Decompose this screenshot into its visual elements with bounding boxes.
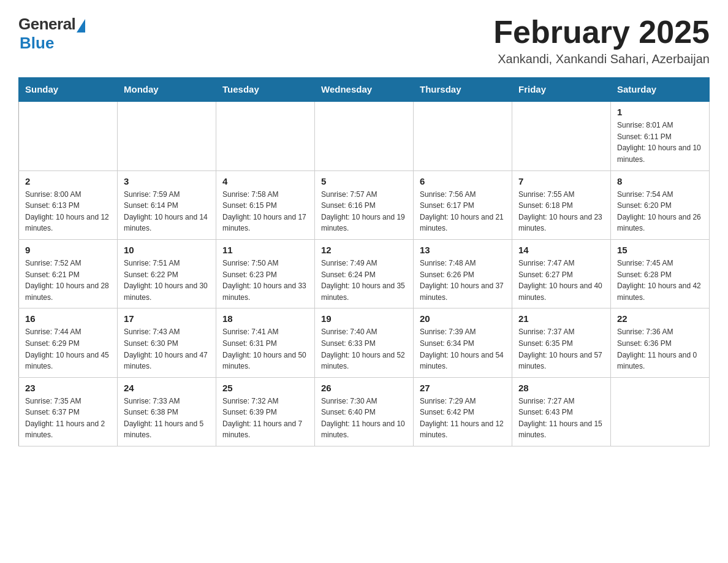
header: General Blue February 2025 Xankandi, Xan… [18, 15, 710, 66]
calendar-header: SundayMondayTuesdayWednesdayThursdayFrid… [19, 78, 710, 102]
day-info: Sunrise: 7:57 AMSunset: 6:16 PMDaylight:… [321, 189, 407, 234]
calendar-cell: 21Sunrise: 7:37 AMSunset: 6:35 PMDayligh… [512, 308, 611, 377]
calendar-cell: 24Sunrise: 7:33 AMSunset: 6:38 PMDayligh… [118, 377, 216, 446]
day-number: 11 [222, 245, 308, 255]
calendar-cell: 10Sunrise: 7:51 AMSunset: 6:22 PMDayligh… [118, 239, 216, 308]
header-day-tuesday: Tuesday [216, 78, 315, 102]
day-number: 21 [518, 313, 604, 324]
day-number: 18 [222, 313, 308, 324]
day-number: 10 [124, 245, 210, 255]
calendar-cell: 25Sunrise: 7:32 AMSunset: 6:39 PMDayligh… [216, 377, 315, 446]
calendar-cell [512, 101, 611, 170]
day-info: Sunrise: 7:51 AMSunset: 6:22 PMDaylight:… [124, 258, 210, 303]
day-number: 1 [617, 107, 703, 117]
day-info: Sunrise: 7:45 AMSunset: 6:28 PMDaylight:… [617, 258, 703, 303]
title-area: February 2025 Xankandi, Xankandi Sahari,… [493, 15, 710, 66]
day-number: 4 [222, 176, 308, 186]
day-info: Sunrise: 7:35 AMSunset: 6:37 PMDaylight:… [25, 396, 111, 441]
day-number: 17 [124, 313, 210, 324]
day-info: Sunrise: 7:52 AMSunset: 6:21 PMDaylight:… [25, 258, 111, 303]
calendar-cell: 17Sunrise: 7:43 AMSunset: 6:30 PMDayligh… [118, 308, 216, 377]
day-info: Sunrise: 8:00 AMSunset: 6:13 PMDaylight:… [25, 189, 111, 234]
header-day-wednesday: Wednesday [315, 78, 414, 102]
calendar-cell: 4Sunrise: 7:58 AMSunset: 6:15 PMDaylight… [216, 170, 315, 239]
calendar-cell: 18Sunrise: 7:41 AMSunset: 6:31 PMDayligh… [216, 308, 315, 377]
day-number: 28 [518, 383, 604, 393]
calendar-cell [315, 101, 414, 170]
day-info: Sunrise: 7:37 AMSunset: 6:35 PMDaylight:… [518, 326, 604, 372]
day-number: 2 [25, 176, 111, 186]
calendar-cell [414, 101, 512, 170]
calendar-cell: 15Sunrise: 7:45 AMSunset: 6:28 PMDayligh… [611, 239, 710, 308]
day-info: Sunrise: 7:30 AMSunset: 6:40 PMDaylight:… [321, 396, 407, 441]
calendar-cell: 13Sunrise: 7:48 AMSunset: 6:26 PMDayligh… [414, 239, 512, 308]
day-number: 5 [321, 176, 407, 186]
day-info: Sunrise: 7:58 AMSunset: 6:15 PMDaylight:… [222, 189, 308, 234]
day-number: 19 [321, 313, 407, 324]
calendar-table: SundayMondayTuesdayWednesdayThursdayFrid… [18, 77, 710, 446]
day-number: 13 [420, 245, 506, 255]
header-day-sunday: Sunday [19, 78, 118, 102]
calendar-cell: 19Sunrise: 7:40 AMSunset: 6:33 PMDayligh… [315, 308, 414, 377]
day-number: 27 [420, 383, 506, 393]
calendar-cell: 28Sunrise: 7:27 AMSunset: 6:43 PMDayligh… [512, 377, 611, 446]
header-day-monday: Monday [118, 78, 216, 102]
calendar-cell: 1Sunrise: 8:01 AMSunset: 6:11 PMDaylight… [611, 101, 710, 170]
logo-triangle-icon [77, 19, 85, 33]
day-info: Sunrise: 7:54 AMSunset: 6:20 PMDaylight:… [617, 189, 703, 234]
header-day-saturday: Saturday [611, 78, 710, 102]
day-info: Sunrise: 7:40 AMSunset: 6:33 PMDaylight:… [321, 326, 407, 372]
calendar-cell: 16Sunrise: 7:44 AMSunset: 6:29 PMDayligh… [19, 308, 118, 377]
calendar-cell [118, 101, 216, 170]
calendar-cell: 11Sunrise: 7:50 AMSunset: 6:23 PMDayligh… [216, 239, 315, 308]
day-info: Sunrise: 7:44 AMSunset: 6:29 PMDaylight:… [25, 326, 111, 372]
day-info: Sunrise: 7:39 AMSunset: 6:34 PMDaylight:… [420, 326, 506, 372]
day-number: 24 [124, 383, 210, 393]
calendar-cell: 12Sunrise: 7:49 AMSunset: 6:24 PMDayligh… [315, 239, 414, 308]
day-info: Sunrise: 7:50 AMSunset: 6:23 PMDaylight:… [222, 258, 308, 303]
day-number: 22 [617, 313, 703, 324]
day-number: 3 [124, 176, 210, 186]
month-title: February 2025 [493, 15, 710, 50]
day-info: Sunrise: 8:01 AMSunset: 6:11 PMDaylight:… [617, 120, 703, 165]
logo: General Blue [18, 15, 85, 53]
calendar-body: 1Sunrise: 8:01 AMSunset: 6:11 PMDaylight… [19, 101, 710, 446]
day-info: Sunrise: 7:33 AMSunset: 6:38 PMDaylight:… [124, 396, 210, 441]
calendar-cell: 5Sunrise: 7:57 AMSunset: 6:16 PMDaylight… [315, 170, 414, 239]
calendar-cell [611, 377, 710, 446]
day-info: Sunrise: 7:56 AMSunset: 6:17 PMDaylight:… [420, 189, 506, 234]
day-number: 23 [25, 383, 111, 393]
calendar-cell: 20Sunrise: 7:39 AMSunset: 6:34 PMDayligh… [414, 308, 512, 377]
day-number: 26 [321, 383, 407, 393]
day-info: Sunrise: 7:59 AMSunset: 6:14 PMDaylight:… [124, 189, 210, 234]
day-info: Sunrise: 7:43 AMSunset: 6:30 PMDaylight:… [124, 326, 210, 372]
day-number: 9 [25, 245, 111, 255]
day-info: Sunrise: 7:55 AMSunset: 6:18 PMDaylight:… [518, 189, 604, 234]
day-info: Sunrise: 7:36 AMSunset: 6:36 PMDaylight:… [617, 326, 703, 372]
day-info: Sunrise: 7:41 AMSunset: 6:31 PMDaylight:… [222, 326, 308, 372]
day-number: 20 [420, 313, 506, 324]
day-info: Sunrise: 7:29 AMSunset: 6:42 PMDaylight:… [420, 396, 506, 441]
calendar-cell: 26Sunrise: 7:30 AMSunset: 6:40 PMDayligh… [315, 377, 414, 446]
logo-blue-text: Blue [20, 34, 54, 53]
day-info: Sunrise: 7:32 AMSunset: 6:39 PMDaylight:… [222, 396, 308, 441]
day-info: Sunrise: 7:27 AMSunset: 6:43 PMDaylight:… [518, 396, 604, 441]
day-number: 14 [518, 245, 604, 255]
calendar-cell [216, 101, 315, 170]
calendar-cell: 2Sunrise: 8:00 AMSunset: 6:13 PMDaylight… [19, 170, 118, 239]
calendar-cell: 27Sunrise: 7:29 AMSunset: 6:42 PMDayligh… [414, 377, 512, 446]
calendar-cell: 8Sunrise: 7:54 AMSunset: 6:20 PMDaylight… [611, 170, 710, 239]
day-info: Sunrise: 7:47 AMSunset: 6:27 PMDaylight:… [518, 258, 604, 303]
calendar-cell: 3Sunrise: 7:59 AMSunset: 6:14 PMDaylight… [118, 170, 216, 239]
calendar-cell: 22Sunrise: 7:36 AMSunset: 6:36 PMDayligh… [611, 308, 710, 377]
day-number: 6 [420, 176, 506, 186]
day-number: 12 [321, 245, 407, 255]
location-title: Xankandi, Xankandi Sahari, Azerbaijan [493, 52, 710, 66]
calendar-cell: 7Sunrise: 7:55 AMSunset: 6:18 PMDaylight… [512, 170, 611, 239]
header-day-thursday: Thursday [414, 78, 512, 102]
day-info: Sunrise: 7:49 AMSunset: 6:24 PMDaylight:… [321, 258, 407, 303]
header-day-friday: Friday [512, 78, 611, 102]
day-number: 25 [222, 383, 308, 393]
day-number: 16 [25, 313, 111, 324]
calendar-cell [19, 101, 118, 170]
